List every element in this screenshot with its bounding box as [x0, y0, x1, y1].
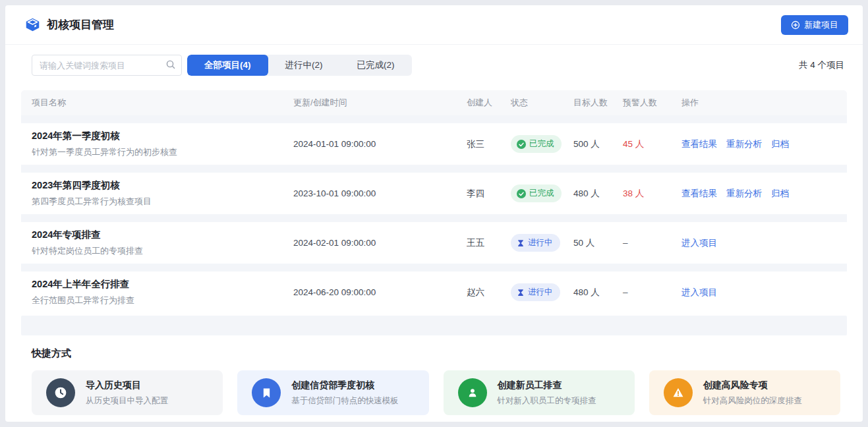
status-cell: 已完成 [511, 135, 573, 153]
project-name-cell: 2024年第一季度初核 针对第一季度员工异常行为的初步核查 [32, 130, 293, 158]
warning-count: 38 人 [623, 188, 681, 200]
shortcut-title: 创建信贷部季度初核 [291, 380, 399, 391]
warning-count: – [623, 287, 681, 297]
target-count: 50 人 [573, 237, 623, 249]
table-header: 项目名称 更新/创建时间 创建人 状态 目标人数 预警人数 操作 [21, 90, 847, 115]
project-desc: 全行范围员工异常行为排查 [32, 295, 293, 306]
project-name-cell: 2024年专项排查 针对特定岗位员工的专项排查 [32, 229, 293, 257]
shortcut-desc: 从历史项目中导入配置 [86, 395, 168, 407]
table-row: 2023年第四季度初核 第四季度员工异常行为核查项目 2023-10-01 09… [21, 173, 847, 214]
col-warning: 预警人数 [623, 97, 681, 109]
target-count: 500 人 [573, 138, 623, 150]
actions-cell: 进入项目 [681, 287, 836, 299]
shortcut-desc: 针对新入职员工的专项排查 [498, 395, 596, 407]
target-count: 480 人 [573, 287, 623, 299]
plus-circle-icon [791, 20, 800, 30]
action-enter-project[interactable]: 进入项目 [681, 287, 717, 299]
warning-count: 45 人 [623, 138, 681, 150]
action-reanalyze[interactable]: 重新分析 [726, 188, 762, 200]
project-time: 2024-06-20 09:00:00 [293, 287, 467, 297]
cube-icon [25, 17, 40, 32]
project-name: 2023年第四季度初核 [32, 179, 293, 192]
check-circle-icon [517, 140, 526, 149]
shortcut-title: 创建高风险专项 [703, 380, 802, 391]
shortcut-title: 创建新员工排查 [498, 380, 596, 391]
warning-count: – [623, 238, 681, 248]
title-group: 初核项目管理 [25, 17, 114, 32]
table-row: 2024年上半年全行排查 全行范围员工异常行为排查 2024-06-20 09:… [21, 271, 847, 313]
project-name-cell: 2023年第四季度初核 第四季度员工异常行为核查项目 [32, 179, 293, 208]
action-view-results[interactable]: 查看结果 [681, 138, 717, 150]
project-filter-tabs: 全部项目(4) 进行中(2) 已完成(2) [187, 55, 412, 76]
action-reanalyze[interactable]: 重新分析 [726, 138, 762, 150]
shortcut-text: 创建新员工排查 针对新入职员工的专项排查 [498, 380, 596, 407]
action-view-results[interactable]: 查看结果 [681, 188, 717, 200]
project-name-cell: 2024年上半年全行排查 全行范围员工异常行为排查 [32, 278, 293, 306]
shortcut-import-history[interactable]: 导入历史项目 从历史项目中导入配置 [32, 370, 223, 415]
section-divider [21, 316, 847, 335]
shortcuts-title: 快捷方式 [32, 347, 847, 360]
project-time: 2023-10-01 09:00:00 [293, 188, 467, 198]
col-time: 更新/创建时间 [293, 97, 467, 109]
project-name: 2024年专项排查 [32, 229, 293, 241]
clock-icon [46, 378, 75, 407]
project-desc: 针对特定岗位员工的专项排查 [32, 245, 293, 257]
search-box [32, 55, 182, 76]
status-cell: 已完成 [511, 185, 573, 202]
table-row: 2024年专项排查 针对特定岗位员工的专项排查 2024-02-01 09:00… [21, 222, 847, 264]
bookmark-icon [252, 378, 281, 407]
status-badge: 进行中 [511, 234, 560, 252]
status-badge: 已完成 [511, 135, 562, 153]
shortcuts-section: 快捷方式 导入历史项目 从历史项目中导入配置 [5, 335, 863, 415]
project-table: 项目名称 更新/创建时间 创建人 状态 目标人数 预警人数 操作 2024年第一… [21, 90, 847, 313]
actions-cell: 查看结果 重新分析 归档 [681, 188, 836, 200]
shortcut-credit-dept-review[interactable]: 创建信贷部季度初核 基于信贷部门特点的快速模板 [237, 370, 428, 415]
project-creator: 李四 [467, 188, 511, 200]
tab-all-projects[interactable]: 全部项目(4) [187, 55, 268, 76]
toolbar: 全部项目(4) 进行中(2) 已完成(2) 共 4 个项目 [32, 55, 844, 76]
shortcut-desc: 基于信贷部门特点的快速模板 [291, 395, 399, 407]
table-row: 2024年第一季度初核 针对第一季度员工异常行为的初步核查 2024-01-01… [21, 123, 847, 165]
status-badge: 已完成 [511, 185, 562, 202]
main-panel: 初核项目管理 新建项目 全部项目(4) 进行中(2) [5, 5, 863, 422]
search-icon [165, 59, 176, 72]
status-label: 进行中 [528, 287, 553, 298]
shortcut-high-risk-special[interactable]: 创建高风险专项 针对高风险岗位的深度排查 [649, 370, 840, 415]
shortcut-text: 创建信贷部季度初核 基于信贷部门特点的快速模板 [291, 380, 399, 407]
action-enter-project[interactable]: 进入项目 [681, 237, 717, 249]
project-desc: 第四季度员工异常行为核查项目 [32, 196, 293, 208]
status-label: 已完成 [529, 138, 554, 150]
status-label: 进行中 [528, 237, 553, 248]
project-creator: 王五 [467, 237, 511, 249]
tab-completed[interactable]: 已完成(2) [340, 55, 412, 76]
actions-cell: 进入项目 [681, 237, 836, 249]
page-header: 初核项目管理 新建项目 [5, 5, 863, 45]
action-archive[interactable]: 归档 [771, 188, 789, 200]
project-name: 2024年上半年全行排查 [32, 278, 293, 291]
col-actions: 操作 [681, 97, 836, 109]
col-project-name: 项目名称 [32, 97, 293, 109]
target-count: 480 人 [573, 188, 623, 200]
new-project-button[interactable]: 新建项目 [781, 15, 848, 35]
total-count: 共 4 个项目 [799, 59, 844, 71]
project-name: 2024年第一季度初核 [32, 130, 293, 142]
shortcut-desc: 针对高风险岗位的深度排查 [703, 395, 802, 407]
project-creator: 张三 [467, 138, 511, 150]
search-input[interactable] [32, 55, 182, 76]
project-creator: 赵六 [467, 287, 511, 299]
status-cell: 进行中 [511, 234, 573, 252]
project-time: 2024-02-01 09:00:00 [293, 238, 467, 248]
shortcut-text: 导入历史项目 从历史项目中导入配置 [86, 380, 168, 407]
shortcut-new-employee-check[interactable]: 创建新员工排查 针对新入职员工的专项排查 [444, 370, 635, 415]
status-cell: 进行中 [511, 283, 573, 301]
warning-icon [664, 378, 693, 407]
action-archive[interactable]: 归档 [771, 138, 789, 150]
tab-in-progress[interactable]: 进行中(2) [268, 55, 340, 76]
person-icon [458, 378, 487, 407]
shortcut-text: 创建高风险专项 针对高风险岗位的深度排查 [703, 380, 802, 407]
page-title: 初核项目管理 [47, 17, 114, 32]
shortcut-cards: 导入历史项目 从历史项目中导入配置 创建信贷部季度初核 基于信贷部门特点的快速模… [32, 370, 847, 415]
shortcut-title: 导入历史项目 [86, 380, 168, 391]
status-label: 已完成 [529, 188, 554, 199]
status-badge: 进行中 [511, 283, 560, 301]
